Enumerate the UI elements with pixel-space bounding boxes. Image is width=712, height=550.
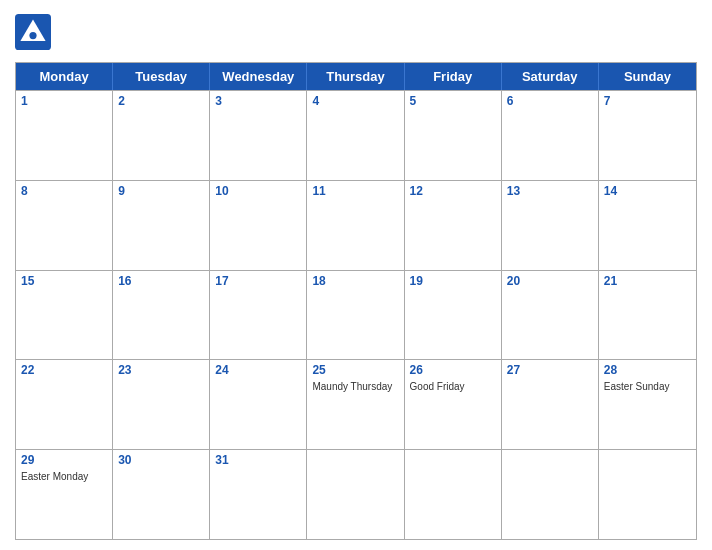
day-header-tuesday: Tuesday: [113, 63, 210, 90]
day-number: 9: [118, 184, 204, 198]
day-cell: 26Good Friday: [405, 360, 502, 449]
logo: [15, 14, 55, 50]
day-cell: 25Maundy Thursday: [307, 360, 404, 449]
day-number: 8: [21, 184, 107, 198]
day-cell: 22: [16, 360, 113, 449]
svg-point-2: [29, 32, 36, 39]
day-cell: [307, 450, 404, 539]
day-number: 28: [604, 363, 691, 377]
day-cell: 20: [502, 271, 599, 360]
day-cell: 30: [113, 450, 210, 539]
day-header-saturday: Saturday: [502, 63, 599, 90]
generalblue-logo-icon: [15, 14, 51, 50]
day-cell: 5: [405, 91, 502, 180]
day-number: 24: [215, 363, 301, 377]
day-cell: 18: [307, 271, 404, 360]
day-cell: 8: [16, 181, 113, 270]
day-cell: 4: [307, 91, 404, 180]
week-row-1: 1234567: [16, 90, 696, 180]
day-cell: 1: [16, 91, 113, 180]
day-number: 2: [118, 94, 204, 108]
day-cell: [405, 450, 502, 539]
day-cell: 12: [405, 181, 502, 270]
week-row-3: 15161718192021: [16, 270, 696, 360]
day-number: 31: [215, 453, 301, 467]
day-header-wednesday: Wednesday: [210, 63, 307, 90]
calendar-body: 1234567891011121314151617181920212223242…: [16, 90, 696, 539]
day-number: 12: [410, 184, 496, 198]
day-number: 20: [507, 274, 593, 288]
day-cell: [599, 450, 696, 539]
week-row-4: 22232425Maundy Thursday26Good Friday2728…: [16, 359, 696, 449]
day-number: 16: [118, 274, 204, 288]
day-number: 21: [604, 274, 691, 288]
day-cell: [502, 450, 599, 539]
day-cell: 16: [113, 271, 210, 360]
week-row-2: 891011121314: [16, 180, 696, 270]
day-number: 29: [21, 453, 107, 467]
day-number: 5: [410, 94, 496, 108]
day-cell: 6: [502, 91, 599, 180]
day-cell: 7: [599, 91, 696, 180]
day-cell: 10: [210, 181, 307, 270]
day-cell: 31: [210, 450, 307, 539]
day-event: Good Friday: [410, 381, 496, 392]
day-number: 25: [312, 363, 398, 377]
day-event: Maundy Thursday: [312, 381, 398, 392]
day-number: 19: [410, 274, 496, 288]
page: MondayTuesdayWednesdayThursdayFridaySatu…: [0, 0, 712, 550]
day-cell: 27: [502, 360, 599, 449]
day-number: 6: [507, 94, 593, 108]
calendar: MondayTuesdayWednesdayThursdayFridaySatu…: [15, 62, 697, 540]
day-number: 18: [312, 274, 398, 288]
day-cell: 15: [16, 271, 113, 360]
day-cell: 17: [210, 271, 307, 360]
day-number: 27: [507, 363, 593, 377]
day-cell: 24: [210, 360, 307, 449]
day-cell: 3: [210, 91, 307, 180]
day-cell: 2: [113, 91, 210, 180]
day-header-monday: Monday: [16, 63, 113, 90]
day-number: 15: [21, 274, 107, 288]
day-cell: 13: [502, 181, 599, 270]
day-headers: MondayTuesdayWednesdayThursdayFridaySatu…: [16, 63, 696, 90]
day-header-sunday: Sunday: [599, 63, 696, 90]
day-cell: 23: [113, 360, 210, 449]
day-cell: 28Easter Sunday: [599, 360, 696, 449]
day-cell: 9: [113, 181, 210, 270]
header: [15, 10, 697, 54]
day-header-friday: Friday: [405, 63, 502, 90]
day-number: 3: [215, 94, 301, 108]
day-cell: 29Easter Monday: [16, 450, 113, 539]
day-number: 30: [118, 453, 204, 467]
day-cell: 11: [307, 181, 404, 270]
day-number: 23: [118, 363, 204, 377]
day-header-thursday: Thursday: [307, 63, 404, 90]
day-number: 7: [604, 94, 691, 108]
day-cell: 21: [599, 271, 696, 360]
day-cell: 19: [405, 271, 502, 360]
week-row-5: 29Easter Monday3031: [16, 449, 696, 539]
day-number: 10: [215, 184, 301, 198]
day-number: 22: [21, 363, 107, 377]
day-event: Easter Monday: [21, 471, 107, 482]
day-number: 13: [507, 184, 593, 198]
day-number: 4: [312, 94, 398, 108]
day-number: 14: [604, 184, 691, 198]
day-number: 11: [312, 184, 398, 198]
day-number: 17: [215, 274, 301, 288]
day-number: 1: [21, 94, 107, 108]
day-cell: 14: [599, 181, 696, 270]
day-number: 26: [410, 363, 496, 377]
day-event: Easter Sunday: [604, 381, 691, 392]
